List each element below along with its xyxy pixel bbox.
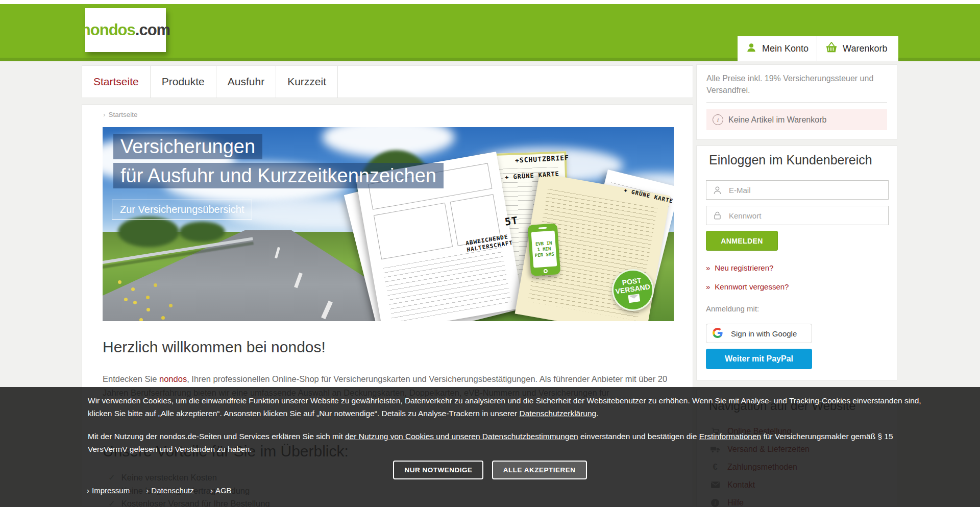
paypal-button[interactable]: Weiter mit PayPal xyxy=(706,349,812,369)
cookie-consent-banner: Wir verwenden Cookies, um die einwandfre… xyxy=(0,387,980,507)
hero-banner: +SCHUTZBRIEF + GRÜNE KARTE + GRÜNE KARTE… xyxy=(103,127,674,321)
logo[interactable]: nondos.com xyxy=(85,8,166,52)
cookie-text: . xyxy=(596,409,598,418)
flowers xyxy=(118,280,121,284)
erstinformationen-link[interactable]: Erstinformationen xyxy=(699,432,761,441)
chevron-icon: › xyxy=(146,486,149,495)
forgot-password-link[interactable]: »Kennwort vergessen? xyxy=(706,282,789,291)
user-icon xyxy=(746,42,757,56)
datenschutzerklaerung-link[interactable]: Datenschutzerklärung xyxy=(519,409,596,418)
login-card: Einloggen im Kundenbereich ANMELDEN »Neu… xyxy=(696,146,897,380)
tab-produkte-label: Produkte xyxy=(162,76,205,88)
logo-text-dark: .com xyxy=(135,21,170,39)
user-outline-icon xyxy=(706,185,728,195)
logo-text-green: nondos xyxy=(81,21,135,39)
chevron-icon: › xyxy=(210,486,213,495)
my-account-button[interactable]: Mein Konto xyxy=(738,36,817,61)
lock-icon xyxy=(706,211,728,221)
top-white-strip xyxy=(0,0,980,4)
email-field-wrapper xyxy=(706,180,889,200)
register-label: Neu registrieren? xyxy=(715,263,773,272)
evb-label-line3: PER SMS xyxy=(534,251,554,258)
page: nondos.com Mein Konto Warenkorb Startsei… xyxy=(0,0,980,507)
register-link[interactable]: »Neu registrieren? xyxy=(706,263,773,272)
breadcrumb-startseite[interactable]: Startseite xyxy=(109,111,138,118)
cookie-paragraph-1: Wir verwenden Cookies, um die einwandfre… xyxy=(88,394,930,420)
google-signin-button[interactable]: Sign in with Google xyxy=(706,324,812,343)
nondos-link[interactable]: nondos xyxy=(159,374,187,383)
agb-link[interactable]: AGB xyxy=(215,486,232,495)
phone-speaker xyxy=(538,227,547,229)
google-signin-label: Sign in with Google xyxy=(731,329,797,338)
tab-produkte[interactable]: Produkte xyxy=(151,66,216,98)
badge-versand-label: VERSAND xyxy=(615,283,651,295)
cookies-datenschutz-link[interactable]: der Nutzung von Cookies und unseren Date… xyxy=(345,432,578,441)
info-icon: i xyxy=(713,114,723,125)
only-necessary-button[interactable]: NUR NOTWENDIGE xyxy=(393,461,483,479)
login-submit-button[interactable]: ANMELDEN xyxy=(706,231,778,251)
cookie-buttons-row: NUR NOTWENDIGE ALLE AKZEPTIEREN xyxy=(0,461,980,479)
form-grid xyxy=(374,202,453,259)
welcome-heading: Herzlich willkommen bei nondos! xyxy=(103,339,326,356)
label-5t: 5T xyxy=(504,214,519,228)
cookie-text: Mit der Nutzung der nondos.de-Seiten und… xyxy=(88,432,345,441)
footer-links: ›Impressum ›Datenschutz ›AGB xyxy=(87,486,246,495)
tax-note: Alle Preise inkl. 19% Versicherungssteue… xyxy=(706,73,887,96)
basket-icon xyxy=(825,42,838,56)
hero-title-line1: Versicherungen xyxy=(113,134,262,159)
my-account-label: Mein Konto xyxy=(762,43,808,54)
cart-empty-notice: i Keine Artikel im Warenkorb xyxy=(706,109,887,130)
logo-text: nondos.com xyxy=(81,21,170,39)
forgot-password-label: Kennwort vergessen? xyxy=(715,282,789,291)
divider xyxy=(706,102,887,103)
phone-home-button xyxy=(544,269,548,274)
cookie-text: Wir verwenden Cookies, um die einwandfre… xyxy=(88,396,921,418)
impressum-link[interactable]: Impressum xyxy=(92,486,130,495)
breadcrumb-chevron-icon: › xyxy=(103,111,106,118)
price-info-card: Alle Preise inkl. 19% Versicherungssteue… xyxy=(696,64,897,140)
cart-button[interactable]: Warenkorb xyxy=(817,36,895,61)
cookie-paragraph-2: Mit der Nutzung der nondos.de-Seiten und… xyxy=(88,430,930,455)
tab-ausfuhr-label: Ausfuhr xyxy=(228,76,264,88)
tab-ausfuhr[interactable]: Ausfuhr xyxy=(216,66,276,98)
tab-startseite-label: Startseite xyxy=(93,76,139,88)
tree xyxy=(179,222,225,242)
tab-kurzzeit-label: Kurzzeit xyxy=(287,76,326,88)
accept-all-button[interactable]: ALLE AKZEPTIEREN xyxy=(492,461,587,479)
chevron-icon: › xyxy=(87,486,89,495)
cart-label: Warenkorb xyxy=(843,43,887,54)
phone-graphic: EVB IN 1 MIN PER SMS xyxy=(528,223,561,276)
google-logo-icon xyxy=(713,328,723,340)
datenschutz-link[interactable]: Datenschutz xyxy=(151,486,193,495)
cookie-text: einverstanden und bestätigen die xyxy=(578,432,699,441)
phone-screen: EVB IN 1 MIN PER SMS xyxy=(531,230,557,268)
email-input[interactable] xyxy=(728,185,888,195)
main-navigation: Startseite Produkte Ausfuhr Kurzzeit xyxy=(82,65,693,98)
account-bar: Mein Konto Warenkorb xyxy=(738,36,898,61)
double-arrow-icon: » xyxy=(706,282,710,291)
tab-startseite[interactable]: Startseite xyxy=(82,66,151,98)
document-text-lines xyxy=(383,247,511,321)
breadcrumb: ›Startseite xyxy=(103,111,138,118)
double-arrow-icon: » xyxy=(706,263,710,272)
tab-kurzzeit[interactable]: Kurzzeit xyxy=(276,66,338,98)
password-field-wrapper xyxy=(706,206,889,225)
flowers xyxy=(133,301,137,304)
tree xyxy=(118,216,179,247)
envelope-icon xyxy=(628,294,640,303)
insurance-overview-button[interactable]: Zur Versicherungsübersicht xyxy=(112,200,252,220)
login-heading: Einloggen im Kundenbereich xyxy=(709,153,872,167)
evb-label-line2: 1 MIN xyxy=(537,246,551,252)
welcome-text-before: Entdecken Sie xyxy=(103,374,159,383)
password-input[interactable] xyxy=(728,211,888,221)
login-with-label: Anmeldung mit: xyxy=(706,304,759,313)
hero-title-line2: für Ausfuhr und Kurzzeitkennzeichen xyxy=(113,163,444,188)
cart-empty-label: Keine Artikel im Warenkorb xyxy=(728,115,826,125)
